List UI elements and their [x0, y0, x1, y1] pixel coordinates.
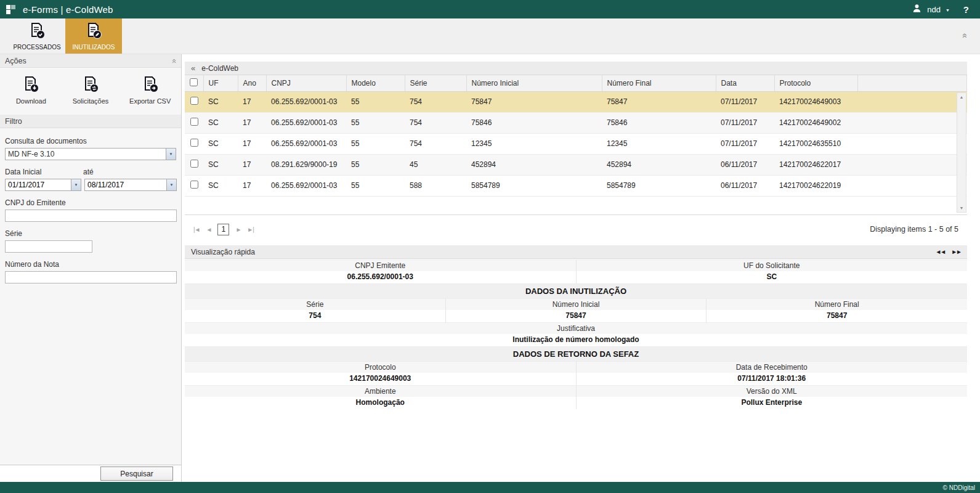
qv-versao-xml-label: Versão do XML	[577, 386, 968, 397]
cell-modelo: 55	[346, 175, 405, 196]
column-header-modelo[interactable]: Modelo	[346, 75, 405, 91]
download-label: Download	[16, 97, 46, 105]
cell-data: 07/11/2017	[716, 112, 774, 133]
qv-justificativa-label: Justificativa	[185, 323, 967, 334]
table-row[interactable]: SC 17 06.255.692/0001-03 55 754 12345 12…	[185, 133, 967, 154]
tab-inutilizados[interactable]: INUTILIZADOS	[65, 18, 122, 54]
actions-title: Ações	[5, 57, 26, 65]
column-header-numero-final[interactable]: Número Final	[602, 75, 716, 91]
vertical-scrollbar[interactable]: ▲ ▼	[957, 92, 966, 213]
row-checkbox[interactable]	[190, 160, 198, 168]
caret-down-icon: ▼	[170, 183, 174, 187]
quickview-header: Visualização rápida ◄◄ ►►	[185, 245, 967, 259]
qv-numero-inicial-value: 75847	[446, 310, 707, 322]
consulta-dropdown-button[interactable]: ▼	[166, 149, 176, 160]
cell-ano: 17	[238, 91, 266, 112]
cell-cnpj: 08.291.629/9000-19	[266, 154, 346, 175]
scroll-down-button[interactable]: ▼	[960, 206, 964, 210]
row-checkbox[interactable]	[190, 181, 198, 189]
last-page-button[interactable]: ►|	[247, 226, 254, 233]
column-header-serie[interactable]: Série	[405, 75, 466, 91]
row-checkbox[interactable]	[190, 139, 198, 147]
qv-numero-inicial: Número Inicial 75847	[445, 299, 707, 322]
qv-uf-solicitante-label: UF do Solicitante	[577, 260, 968, 271]
qv-justificativa: Justificativa Inutilização de número hom…	[185, 323, 967, 346]
prev-page-button[interactable]: ◄	[206, 226, 212, 233]
pagination-status: Displaying items 1 - 5 of 5	[870, 225, 958, 234]
sidebar-footer: Pesquisar	[0, 465, 181, 482]
consulta-documentos-value: MD NF-e 3.10	[6, 149, 166, 160]
table-row[interactable]: SC 17 06.255.692/0001-03 55 588 5854789 …	[185, 175, 967, 196]
pagination-bar: |◄ ◄ 1 ► ►| Displaying items 1 - 5 of 5	[185, 216, 967, 242]
cell-uf: SC	[203, 175, 238, 196]
select-all-checkbox[interactable]	[190, 78, 198, 86]
cell-numero-inicial: 75846	[466, 112, 602, 133]
cell-numero-inicial: 452894	[466, 154, 602, 175]
row-checkbox[interactable]	[190, 97, 198, 105]
table-row[interactable]: SC 17 06.255.692/0001-03 55 754 75847 75…	[185, 91, 967, 112]
data-final-dropdown-button[interactable]: ▼	[166, 179, 176, 190]
cell-serie: 754	[405, 112, 466, 133]
data-final-input[interactable]	[85, 179, 166, 190]
filter-panel-header: Filtro	[0, 115, 181, 128]
exportar-csv-button[interactable]: Exportar CSV	[120, 75, 180, 105]
consulta-documentos-label: Consulta de documentos	[5, 137, 176, 145]
qv-section-sefaz: DADOS DE RETORNO DA SEFAZ	[185, 346, 967, 361]
toolbar-collapse-button[interactable]: «	[963, 32, 980, 41]
quickview-next-button[interactable]: ►►	[951, 248, 961, 255]
current-page-indicator[interactable]: 1	[217, 224, 229, 235]
export-csv-document-icon	[141, 75, 160, 95]
qv-cnpj-emitente-value: 06.255.692/0001-03	[185, 271, 576, 283]
cell-data: 07/11/2017	[716, 133, 774, 154]
qv-numero-inicial-label: Número Inicial	[446, 299, 707, 310]
cell-modelo: 55	[346, 112, 405, 133]
numero-nota-input[interactable]	[5, 271, 177, 283]
qv-cnpj-emitente-label: CNPJ Emitente	[185, 260, 576, 271]
column-header-cnpj[interactable]: CNPJ	[266, 75, 346, 91]
table-row[interactable]: SC 17 06.255.692/0001-03 55 754 75846 75…	[185, 112, 967, 133]
quickview-title: Visualização rápida	[191, 248, 255, 256]
table-row[interactable]: SC 17 08.291.629/9000-19 55 45 452894 45…	[185, 154, 967, 175]
data-inicial-input[interactable]	[6, 179, 71, 190]
copyright-text: © NDDigital	[943, 484, 975, 491]
data-inicial-dropdown-button[interactable]: ▼	[71, 179, 81, 190]
qv-justificativa-value: Inutilização de número homologado	[185, 334, 967, 346]
scroll-up-button[interactable]: ▲	[960, 95, 964, 99]
grid-collapse-icon[interactable]: «	[191, 63, 195, 73]
column-header-protocolo[interactable]: Protocolo	[774, 75, 857, 91]
qv-data-recebimento: Data de Recebimento 07/11/2017 18:01:36	[576, 362, 968, 385]
column-header-ano[interactable]: Ano	[238, 75, 266, 91]
cell-cnpj: 06.255.692/0001-03	[266, 175, 346, 196]
user-menu[interactable]: ndd	[927, 5, 941, 14]
column-header-uf[interactable]: UF	[203, 75, 238, 91]
qv-serie: Série 754	[185, 299, 445, 322]
row-checkbox[interactable]	[190, 118, 198, 126]
first-page-button[interactable]: |◄	[193, 226, 200, 233]
cell-cnpj: 06.255.692/0001-03	[266, 112, 346, 133]
actions-collapse-icon[interactable]: «	[171, 59, 177, 63]
qv-uf-solicitante-value: SC	[577, 271, 968, 283]
cell-numero-inicial: 75847	[466, 91, 602, 112]
help-button[interactable]: ?	[963, 4, 969, 15]
cell-cnpj: 06.255.692/0001-03	[266, 133, 346, 154]
tab-inutilizados-label: INUTILIZADOS	[73, 44, 115, 51]
next-page-button[interactable]: ►	[235, 226, 241, 233]
caret-down-icon: ▼	[169, 152, 173, 156]
cell-uf: SC	[203, 91, 238, 112]
quickview-prev-button[interactable]: ◄◄	[935, 248, 945, 255]
serie-input[interactable]	[5, 240, 92, 253]
cnpj-emitente-input[interactable]	[5, 210, 177, 222]
consulta-documentos-combobox[interactable]: MD NF-e 3.10 ▼	[5, 148, 176, 160]
column-header-numero-inicial[interactable]: Número Inicial	[466, 75, 602, 91]
solicitacoes-button[interactable]: Solicitações	[61, 75, 121, 105]
qv-ambiente-value: Homologação	[185, 397, 576, 409]
user-caret-icon[interactable]: ▼	[946, 8, 950, 12]
qv-versao-xml-value: Pollux Enterprise	[577, 397, 968, 409]
cell-ano: 17	[238, 175, 266, 196]
cell-data: 06/11/2017	[716, 175, 774, 196]
pesquisar-button[interactable]: Pesquisar	[100, 467, 173, 481]
cell-numero-final: 75847	[602, 91, 716, 112]
download-button[interactable]: Download	[1, 75, 61, 105]
tab-processados[interactable]: PROCESSADOS	[9, 18, 65, 54]
column-header-data[interactable]: Data	[716, 75, 774, 91]
